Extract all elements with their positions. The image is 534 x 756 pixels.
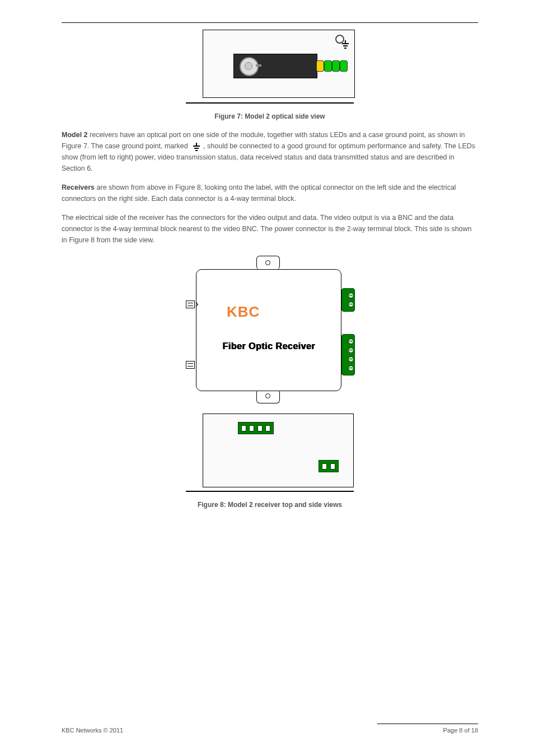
- optical-connector-arm: [256, 64, 261, 67]
- paragraph-2: Receivers are shown from above in Figure…: [62, 182, 478, 204]
- module-box-side: [203, 414, 354, 487]
- mount-tab-bottom: [256, 389, 280, 403]
- optical-connector: [240, 57, 259, 76]
- led-data-tx: [340, 60, 348, 72]
- footer-rule: [377, 724, 478, 724]
- header-rule: [62, 22, 478, 23]
- inline-ground-icon: [192, 143, 201, 151]
- paragraph-1: Model 2 receivers have an optical port o…: [62, 129, 478, 174]
- figure-8-caption: Figure 8: Model 2 receiver top and side …: [62, 501, 478, 509]
- terminal-block-4way: [341, 334, 355, 375]
- figure-7: [186, 30, 354, 104]
- figure-7-caption: Figure 7: Model 2 optical side view: [62, 112, 478, 120]
- receiver-body: KBC Fiber Optic Receiver: [196, 269, 341, 391]
- terminal-block-2way: [341, 288, 355, 312]
- paragraph-2-lead: Receivers: [62, 184, 97, 191]
- left-port-upper: [186, 300, 195, 308]
- paragraph-2-rest: are shown from above in Figure 8, lookin…: [62, 184, 456, 203]
- status-led-row: [316, 60, 348, 72]
- base-line: [186, 102, 354, 104]
- footer-right: Page 8 of 18: [443, 727, 478, 734]
- body-text: Model 2 receivers have an optical port o…: [62, 129, 478, 246]
- led-power: [316, 60, 324, 72]
- terminal-block-2way-side: [318, 460, 339, 472]
- base-line: [186, 491, 354, 492]
- mount-tab-top: [256, 256, 280, 270]
- module-box: [203, 30, 355, 98]
- mount-hole: [265, 393, 270, 398]
- left-port-lower: [186, 361, 195, 369]
- ground-icon: [341, 40, 350, 50]
- figure-8-side: [186, 414, 354, 492]
- led-video: [324, 60, 332, 72]
- brand-logo: KBC: [227, 303, 260, 321]
- figure-8-top: KBC Fiber Optic Receiver: [186, 256, 354, 403]
- paragraph-3: The electrical side of the receiver has …: [62, 212, 478, 246]
- mount-hole: [265, 260, 270, 265]
- footer: KBC Networks © 2011 Page 8 of 18: [62, 727, 478, 734]
- product-label: Fiber Optic Receiver: [196, 341, 341, 351]
- led-data-rx: [332, 60, 340, 72]
- footer-left: KBC Networks © 2011: [62, 727, 123, 734]
- paragraph-1-lead: Model 2: [62, 131, 90, 139]
- terminal-block-4way-side: [238, 422, 274, 434]
